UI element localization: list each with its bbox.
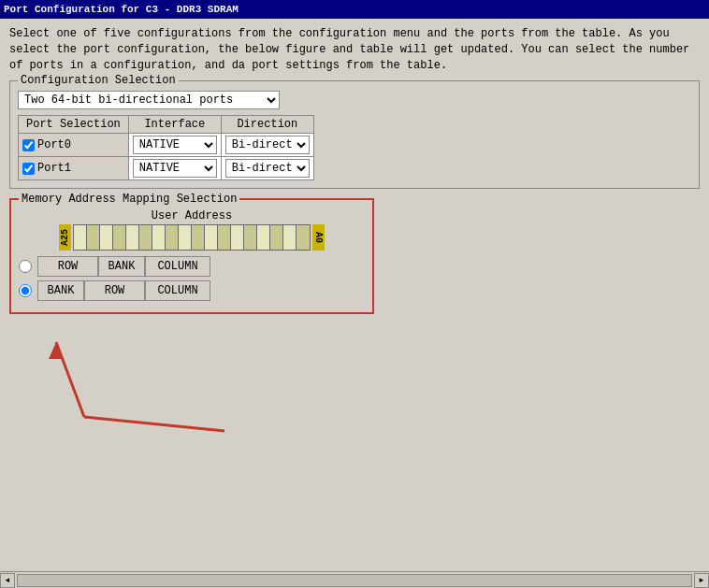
addr-right-label: A0 [312, 224, 325, 251]
mapping-radio-1[interactable] [19, 260, 32, 273]
addr-seg [87, 225, 100, 250]
addr-seg [179, 225, 192, 250]
addr-seg [192, 225, 205, 250]
addr-seg [283, 225, 297, 250]
port-table: Port Selection Interface Direction Port0 [18, 115, 314, 180]
port0-direction[interactable]: Bi-directiona [225, 136, 310, 154]
bank-btn-1[interactable]: BANK [98, 256, 145, 277]
user-address-label: User Address [152, 209, 232, 222]
port1-label: Port1 [37, 162, 71, 175]
scroll-left-button[interactable]: ◄ [0, 573, 15, 588]
addr-seg [100, 225, 113, 250]
addr-seg [270, 225, 283, 250]
port1-direction[interactable]: Bi-directiona [225, 159, 310, 178]
address-bar: A25 [59, 224, 325, 251]
addr-seg [257, 225, 270, 250]
bank-btn-2[interactable]: BANK [37, 280, 84, 301]
mapping-radio-2[interactable] [19, 284, 32, 297]
scrollbar-track[interactable] [17, 574, 692, 587]
addr-seg [297, 225, 310, 250]
memory-address-label: Memory Address Mapping Selection [19, 193, 239, 206]
column-btn-1[interactable]: COLUMN [145, 256, 210, 277]
row-btn-2[interactable]: ROW [84, 280, 145, 301]
port1-checkbox[interactable] [22, 163, 35, 175]
address-segments [73, 224, 311, 251]
scroll-right-button[interactable]: ► [694, 573, 709, 588]
svg-marker-1 [49, 342, 64, 359]
col-interface: Interface [128, 116, 221, 134]
mapping-option-1: ROW BANK COLUMN [19, 256, 365, 277]
addr-seg [152, 225, 166, 250]
col-port-selection: Port Selection [19, 116, 129, 134]
addr-left-label: A25 [59, 224, 71, 251]
config-selection-label: Configuration Selection [18, 74, 179, 87]
addr-seg [74, 225, 87, 250]
table-row: Port1 NATIVE Bi-directiona [19, 157, 314, 180]
mapping-btn-group-1: ROW BANK COLUMN [37, 256, 210, 277]
config-selection-group: Configuration Selection Two 64-bit bi-di… [9, 80, 700, 189]
mapping-btn-group-2: BANK ROW COLUMN [37, 280, 210, 301]
addr-seg [113, 225, 126, 250]
addr-seg [205, 225, 218, 250]
col-direction: Direction [221, 116, 313, 134]
addr-seg [166, 225, 179, 250]
port1-interface[interactable]: NATIVE [133, 159, 217, 178]
scrollbar: ◄ ► [0, 571, 709, 588]
addr-seg [231, 225, 244, 250]
svg-line-2 [84, 417, 224, 431]
addr-seg [244, 225, 257, 250]
table-row: Port0 NATIVE Bi-directiona [19, 134, 314, 157]
port0-label: Port0 [37, 138, 71, 151]
port0-interface[interactable]: NATIVE [133, 136, 217, 154]
row-btn-1[interactable]: ROW [37, 256, 98, 277]
arrow-annotation [9, 323, 374, 436]
memory-address-group: Memory Address Mapping Selection User Ad… [9, 198, 374, 314]
column-btn-2[interactable]: COLUMN [145, 280, 210, 301]
mapping-option-2: BANK ROW COLUMN [19, 280, 365, 301]
user-address-area: User Address A25 [19, 209, 365, 251]
port0-checkbox[interactable] [22, 139, 35, 151]
addr-seg [139, 225, 152, 250]
window-title: Port Configuration for C3 - DDR3 SDRAM [4, 4, 239, 15]
arrow-svg [9, 323, 374, 436]
addr-seg [218, 225, 231, 250]
config-dropdown[interactable]: Two 64-bit bi-directional ports [18, 91, 280, 109]
addr-seg [126, 225, 139, 250]
title-bar: Port Configuration for C3 - DDR3 SDRAM [0, 0, 709, 19]
description-text: Select one of five configurations from t… [9, 26, 700, 73]
